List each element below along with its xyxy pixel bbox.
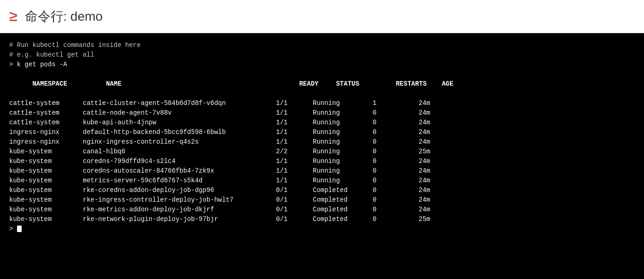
pod-age: 24m (419, 195, 430, 205)
pod-name: rke-network-plugin-deploy-job-97bjr (83, 215, 276, 224)
pod-ready: 1/1 (276, 118, 313, 128)
pod-name: coredns-799dffd9c4-s2lc4 (83, 157, 276, 166)
table-row: kube-systemrke-ingress-controller-deploy… (9, 195, 635, 205)
pod-age: 24m (419, 205, 430, 215)
pod-age: 24m (419, 99, 430, 108)
table-row: ingress-nginxnginx-ingress-controller-q4… (9, 137, 635, 147)
col-header-restarts: RESTARTS (396, 79, 442, 89)
app-container: ≥ 命令行: demo # Run kubectl commands insid… (0, 0, 644, 279)
pod-namespace: kube-system (9, 166, 83, 176)
table-row: kube-systemcoredns-799dffd9c4-s2lc41/1Ru… (9, 157, 635, 166)
pod-status: Running (313, 157, 373, 166)
table-row: kube-systemrke-coredns-addon-deploy-job-… (9, 186, 635, 195)
pod-age: 24m (419, 137, 430, 147)
table-row: cattle-systemcattle-node-agent-7v88v1/1R… (9, 108, 635, 118)
pod-namespace: ingress-nginx (9, 128, 83, 137)
pod-status: Completed (313, 186, 373, 195)
pod-ready: 0/1 (276, 205, 313, 215)
pod-status: Running (313, 118, 373, 128)
pod-status: Running (313, 147, 373, 157)
table-row: kube-systemrke-metrics-addon-deploy-job-… (9, 205, 635, 215)
pod-name: metrics-server-59c6fd6767-s5k4d (83, 176, 276, 186)
pod-name: cattle-node-agent-7v88v (83, 108, 276, 118)
pod-age: 24m (419, 176, 430, 186)
col-header-namespace: NAMESPACE (32, 79, 106, 89)
pod-status: Running (313, 99, 373, 108)
pod-restarts: 0 (373, 166, 419, 176)
pod-ready: 1/1 (276, 128, 313, 137)
pod-namespace: kube-system (9, 186, 83, 195)
comment-line-2: # e.g. kubectl get all (9, 50, 635, 60)
pod-restarts: 0 (373, 186, 419, 195)
pods-table: cattle-systemcattle-cluster-agent-584b6d… (9, 99, 635, 224)
pod-age: 24m (419, 166, 430, 176)
pod-namespace: cattle-system (9, 108, 83, 118)
pod-restarts: 0 (373, 118, 419, 128)
pod-restarts: 0 (373, 108, 419, 118)
prompt-end: > (9, 224, 635, 234)
pod-status: Running (313, 166, 373, 176)
pod-name: default-http-backend-5bcc9fd598-6bwlb (83, 128, 276, 137)
pod-age: 24m (419, 108, 430, 118)
pod-age: 24m (419, 128, 430, 137)
col-header-ready: READY (299, 79, 336, 89)
pod-status: Completed (313, 205, 373, 215)
pod-ready: 1/1 (276, 108, 313, 118)
pod-restarts: 1 (373, 99, 419, 108)
pod-status: Running (313, 176, 373, 186)
pod-ready: 0/1 (276, 186, 313, 195)
pod-name: canal-hlbq6 (83, 147, 276, 157)
pod-name: rke-ingress-controller-deploy-job-hwlt7 (83, 195, 276, 205)
col-header-status: STATUS (336, 79, 396, 89)
pod-namespace: cattle-system (9, 99, 83, 108)
pod-ready: 1/1 (276, 137, 313, 147)
table-row: ingress-nginxdefault-http-backend-5bcc9f… (9, 128, 635, 137)
pod-name: rke-metrics-addon-deploy-job-dkjrf (83, 205, 276, 215)
pod-restarts: 0 (373, 195, 419, 205)
pod-namespace: kube-system (9, 205, 83, 215)
pod-ready: 2/2 (276, 147, 313, 157)
pod-status: Running (313, 108, 373, 118)
pod-ready: 0/1 (276, 215, 313, 224)
pod-name: coredns-autoscaler-84766fbb4-7zk9x (83, 166, 276, 176)
pod-restarts: 0 (373, 128, 419, 137)
pod-name: rke-coredns-addon-deploy-job-dgp96 (83, 186, 276, 195)
header: ≥ 命令行: demo (0, 0, 644, 33)
table-row: kube-systemcoredns-autoscaler-84766fbb4-… (9, 166, 635, 176)
pod-status: Completed (313, 195, 373, 205)
pod-namespace: kube-system (9, 195, 83, 205)
pod-age: 25m (419, 147, 430, 157)
comment-line-1: # Run kubectl commands inside here (9, 41, 635, 50)
command-line: > k get pods -A (9, 60, 635, 70)
col-header-name: NAME (106, 79, 299, 89)
pod-age: 24m (419, 118, 430, 128)
pod-status: Running (313, 137, 373, 147)
pod-ready: 1/1 (276, 157, 313, 166)
pod-name: cattle-cluster-agent-584b6d7d8f-v6dqn (83, 99, 276, 108)
cursor (17, 226, 22, 232)
pod-restarts: 0 (373, 137, 419, 147)
table-row: kube-systemrke-network-plugin-deploy-job… (9, 215, 635, 224)
pod-restarts: 0 (373, 215, 419, 224)
pod-restarts: 0 (373, 147, 419, 157)
pod-age: 24m (419, 186, 430, 195)
pod-age: 24m (419, 157, 430, 166)
page-title: 命令行: demo (25, 8, 103, 25)
table-row: cattle-systemkube-api-auth-4jnpw1/1Runni… (9, 118, 635, 128)
pod-restarts: 0 (373, 176, 419, 186)
pod-namespace: cattle-system (9, 118, 83, 128)
pod-restarts: 0 (373, 205, 419, 215)
pod-name: nginx-ingress-controller-q4s2s (83, 137, 276, 147)
pod-namespace: kube-system (9, 215, 83, 224)
pod-ready: 1/1 (276, 166, 313, 176)
pod-status: Running (313, 128, 373, 137)
pod-ready: 0/1 (276, 195, 313, 205)
pod-status: Completed (313, 215, 373, 224)
pod-ready: 1/1 (276, 176, 313, 186)
pod-ready: 1/1 (276, 99, 313, 108)
terminal-icon: ≥ (9, 8, 17, 25)
terminal[interactable]: # Run kubectl commands inside here # e.g… (0, 33, 644, 279)
pod-namespace: ingress-nginx (9, 137, 83, 147)
table-header-row: NAMESPACENAMEREADYSTATUSRESTARTSAGE (9, 70, 635, 99)
pod-age: 25m (419, 215, 430, 224)
